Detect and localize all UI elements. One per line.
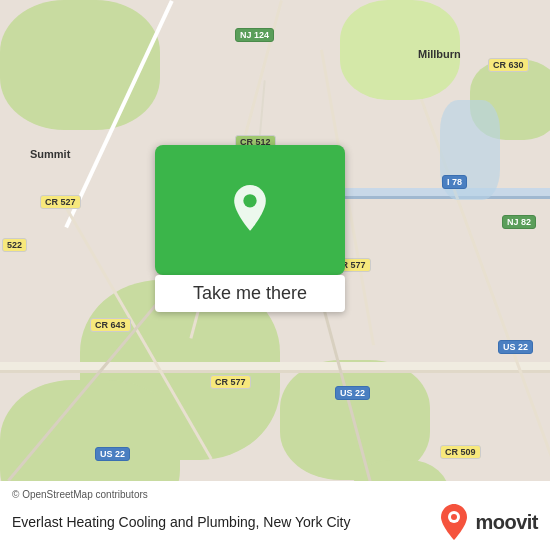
moovit-text: moovit: [475, 511, 538, 534]
green-card: [155, 145, 345, 275]
svg-point-2: [451, 514, 457, 520]
road-us22-line: [0, 370, 550, 373]
road-badge-us22a: US 22: [498, 340, 533, 354]
road-badge-cr509: CR 509: [440, 445, 481, 459]
road-badge-i78: I 78: [442, 175, 467, 189]
attribution: © OpenStreetMap contributors: [12, 489, 538, 500]
svg-point-0: [243, 194, 256, 207]
road-badge-us22b: US 22: [335, 386, 370, 400]
road-badge-cr577b: CR 577: [210, 375, 251, 389]
road-badge-cr527: CR 527: [40, 195, 81, 209]
park-area: [0, 0, 160, 130]
place-name: Everlast Heating Cooling and Plumbing, N…: [12, 514, 439, 530]
road-badge-522: 522: [2, 238, 27, 252]
bottom-bar: © OpenStreetMap contributors Everlast He…: [0, 481, 550, 550]
road-us22: [0, 362, 550, 370]
town-label-summit: Summit: [30, 148, 70, 160]
road-badge-us22c: US 22: [95, 447, 130, 461]
location-pin-icon: [225, 185, 275, 235]
road-badge-cr643: CR 643: [90, 318, 131, 332]
bottom-content: Everlast Heating Cooling and Plumbing, N…: [12, 504, 538, 540]
action-button-container: Take me there: [155, 145, 345, 312]
road-badge-cr630: CR 630: [488, 58, 529, 72]
road-badge-nj124: NJ 124: [235, 28, 274, 42]
moovit-logo: moovit: [439, 504, 538, 540]
town-label-millburn: Millburn: [418, 48, 461, 60]
moovit-pin-icon: [439, 504, 469, 540]
road-badge-nj82: NJ 82: [502, 215, 536, 229]
map-container: NJ 124 CR 512 CR 527 CR 577 CR 643 CR 57…: [0, 0, 550, 550]
take-me-there-button[interactable]: Take me there: [155, 275, 345, 312]
